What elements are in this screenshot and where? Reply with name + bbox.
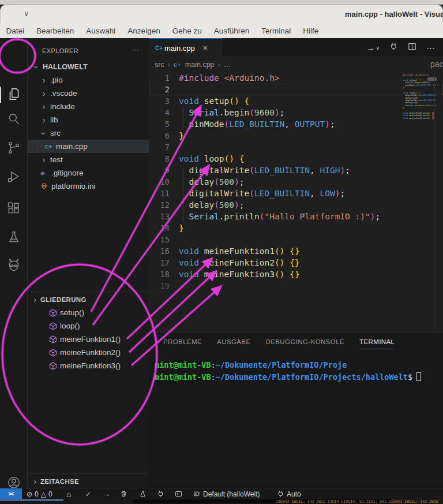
remote-indicator[interactable]: >< <box>0 488 22 499</box>
close-icon[interactable]: × <box>203 43 208 53</box>
panel-tab-probleme[interactable]: PROBLEME <box>163 333 202 351</box>
code-line-10[interactable]: 10 delay(500); <box>149 176 443 188</box>
code-line-3[interactable]: 3void setup() { <box>149 95 443 107</box>
pio-build-button[interactable]: ✓ <box>85 488 91 499</box>
tree-item--vscode[interactable]: ›.vscode <box>28 87 149 100</box>
pio-test-button[interactable] <box>139 488 147 499</box>
pio-terminal-button[interactable] <box>175 488 182 499</box>
menu-terminal[interactable]: Terminal <box>256 27 297 35</box>
split-editor-icon[interactable] <box>408 42 416 53</box>
menu-bearbeiten[interactable]: Bearbeiten <box>31 27 80 35</box>
title-bar: ∨ main.cpp - halloWelt - Visual <box>0 5 443 23</box>
tree-item-label: .pio <box>50 76 63 84</box>
run-arrow-icon: → <box>366 43 374 53</box>
more-actions-icon[interactable]: ··· <box>426 43 435 53</box>
outline-item-meineFunktion3[interactable]: meineFunktion3() <box>28 359 149 372</box>
tab-main-cpp[interactable]: C+ main.cpp × <box>149 38 222 57</box>
menu-hilfe[interactable]: Hilfe <box>297 27 325 35</box>
tree-item-lib[interactable]: ›lib <box>28 113 149 126</box>
problems-status[interactable]: ⊘ 0 △ 0 <box>27 488 52 499</box>
board-icon <box>193 490 201 498</box>
minimap[interactable]: #include <Arduino.h>void setup() { Seria… <box>403 74 436 122</box>
code-line-17[interactable]: 17void meineFunktion2() {} <box>149 257 443 268</box>
menu-ausführen[interactable]: Ausführen <box>208 27 256 35</box>
test-flask-icon[interactable] <box>6 230 21 245</box>
line-number: 16 <box>149 247 175 256</box>
code-line-9[interactable]: 9 digitalWrite(LED_BUILTIN, HIGH); <box>149 165 443 176</box>
minimap-line: void meineFunktion3() {} <box>403 117 436 120</box>
code-line-18[interactable]: 18void meineFunktion3() {} <box>149 268 443 280</box>
source-control-icon[interactable] <box>6 140 21 155</box>
screen-edge-artifact: JIUW4J IWU1L: I4J JW1U I4UI4 L1VUIV: VJ.… <box>0 499 443 504</box>
tree-item--gitignore[interactable]: ◆.gitignore <box>28 166 149 180</box>
panel-tab-terminal[interactable]: TERMINAL <box>359 333 395 351</box>
outline-item-setup[interactable]: setup() <box>28 306 149 319</box>
code-line-14[interactable]: 14} <box>149 222 443 234</box>
chevron-right-icon: › <box>40 115 47 125</box>
tree-item-platformio-ini[interactable]: platformio.ini <box>28 180 149 193</box>
code-line-16[interactable]: 16void meineFunktion1() {} <box>149 245 443 257</box>
menu-anzeigen[interactable]: Anzeigen <box>122 27 166 35</box>
panel-tab-ausgabe[interactable]: AUSGABE <box>217 333 250 351</box>
code-area[interactable]: 1#include <Arduino.h>23void setup() {4 S… <box>149 72 443 292</box>
run-file-button[interactable]: →∨ <box>366 43 380 53</box>
terminal-output[interactable]: mint@mint-VB:~/Dokumente/PlatformIO/Proj… <box>155 359 421 383</box>
port-label: Auto <box>287 490 301 498</box>
outline-item-label: meineFunktion3() <box>60 361 121 370</box>
platformio-file-icon <box>40 182 48 190</box>
explorer-more-icon[interactable]: ··· <box>132 45 139 54</box>
code-line-2[interactable]: 2 <box>149 84 443 95</box>
artifact-blue-fragment <box>0 499 63 501</box>
run-debug-icon[interactable] <box>6 169 21 184</box>
tree-item--pio[interactable]: ›.pio <box>28 73 149 87</box>
code-line-12[interactable]: 12 delay(500); <box>149 199 443 211</box>
code-line-19[interactable]: 19 <box>149 280 443 292</box>
pio-home-button[interactable]: ⌂ <box>66 488 71 499</box>
code-line-15[interactable]: 15 <box>149 234 443 245</box>
breadcrumb-symbol[interactable]: … <box>224 61 231 69</box>
code-line-6[interactable]: 6} <box>149 130 443 141</box>
menu-gehe-zu[interactable]: Gehe zu <box>166 27 208 35</box>
breadcrumb[interactable]: src › C+ main.cpp › … <box>155 57 231 72</box>
tree-item-test[interactable]: ›test <box>28 153 149 166</box>
code-text: pinMode(LED_BUILTIN, OUTPUT); <box>179 120 335 129</box>
chevron-right-icon: › <box>40 89 47 98</box>
code-line-4[interactable]: 4 Serial.begin(9600); <box>149 107 443 118</box>
code-line-13[interactable]: 13 Serial.println("Hallo PlatformIO :)")… <box>149 211 443 222</box>
tree-item-hallowelt[interactable]: ›HALLOWELT <box>28 60 149 73</box>
outline-item-loop[interactable]: loop() <box>28 319 149 333</box>
menu-auswahl[interactable]: Auswahl <box>80 27 122 35</box>
code-line-5[interactable]: 5 pinMode(LED_BUILTIN, OUTPUT); <box>149 118 443 130</box>
pio-serial-monitor-button[interactable] <box>157 488 164 499</box>
warnings-icon: △ <box>41 490 46 498</box>
search-icon[interactable] <box>6 111 21 126</box>
timeline-section-header[interactable]: › ZEITACHSE <box>28 475 149 488</box>
code-line-8[interactable]: 8void loop() { <box>149 153 443 165</box>
tree-item-src[interactable]: ›src <box>28 126 149 140</box>
tree-item-main-cpp[interactable]: C+main.cpp <box>28 140 149 153</box>
tree-item-include[interactable]: ›include <box>28 100 149 113</box>
breadcrumb-folder[interactable]: src <box>155 61 164 69</box>
outline-section-header[interactable]: › GLIEDERUNG <box>28 293 149 306</box>
pio-upload-button[interactable]: → <box>103 488 110 499</box>
pio-port-selector[interactable]: Auto <box>277 488 301 499</box>
code-line-11[interactable]: 11 digitalWrite(LED_BUILTIN, LOW); <box>149 188 443 199</box>
breadcrumb-file[interactable]: main.cpp <box>185 61 215 69</box>
outline-item-meineFunktion1[interactable]: meineFunktion1() <box>28 333 149 346</box>
code-line-7[interactable]: 7 <box>149 141 443 153</box>
extensions-icon[interactable] <box>6 201 21 216</box>
files-explorer-icon[interactable] <box>6 87 21 102</box>
window-menu-chevron-icon[interactable]: ∨ <box>24 9 29 18</box>
outline-header-label: GLIEDERUNG <box>40 296 87 303</box>
pio-env-selector[interactable]: Default (halloWelt) <box>193 488 260 499</box>
line-number: 2 <box>149 85 175 94</box>
serial-monitor-plug-icon[interactable] <box>389 42 398 53</box>
chevron-down-icon: › <box>39 130 48 137</box>
platformio-alien-icon[interactable] <box>6 259 21 274</box>
menu-datei[interactable]: Datei <box>0 27 31 35</box>
code-text: } <box>179 131 184 140</box>
code-line-1[interactable]: 1#include <Arduino.h> <box>149 72 443 84</box>
outline-item-meineFunktion2[interactable]: meineFunktion2() <box>28 346 149 359</box>
pio-clean-button[interactable] <box>120 488 127 499</box>
panel-tab-debugging-konsole[interactable]: DEBUGGING-KONSOLE <box>266 333 345 351</box>
